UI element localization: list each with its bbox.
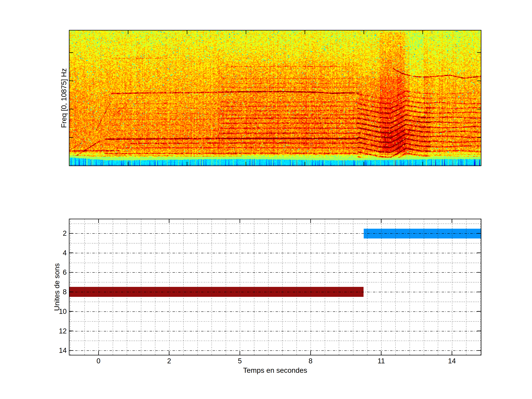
spectrogram-image [70, 31, 481, 165]
timeline-y-tick-label: 14 [46, 346, 67, 355]
spectrogram-x-tick [128, 162, 128, 165]
timeline-vertical-gridline [424, 219, 424, 355]
timeline-vertical-gridline [480, 219, 481, 355]
timeline-x-tick [240, 351, 240, 355]
timeline-vertical-gridline [254, 219, 254, 355]
timeline-x-tick [310, 219, 311, 223]
timeline-y-tick-label: 12 [46, 327, 67, 335]
timeline-ylabel: Unites de sons [53, 232, 61, 342]
timeline-vertical-gridline [339, 219, 339, 355]
timeline-vertical-gridline [240, 219, 240, 355]
timeline-y-tick [70, 311, 73, 312]
timeline-x-tick [381, 219, 381, 223]
spectrogram-x-tick [423, 162, 423, 165]
timeline-vertical-gridline [353, 219, 353, 355]
timeline-y-tick [477, 350, 481, 351]
timeline-vertical-gridline [226, 219, 226, 355]
timeline-vertical-gridline [381, 219, 382, 355]
timeline-horizontal-gridline [70, 341, 481, 341]
spectrogram-x-tick [423, 31, 423, 34]
timeline-vertical-gridline [310, 219, 311, 355]
timeline-y-tick [477, 272, 481, 273]
timeline-x-tick [98, 219, 99, 223]
timeline-x-tick [169, 219, 169, 223]
timeline-horizontal-gridline [70, 263, 481, 263]
timeline-x-tick-label: 5 [229, 357, 251, 365]
timeline-vertical-gridline [113, 219, 113, 355]
timeline-y-tick-label: 8 [46, 288, 67, 296]
timeline-horizontal-gridline [70, 331, 481, 331]
spectrogram-y-tick [477, 137, 481, 138]
spectrogram-x-tick [187, 162, 187, 165]
timeline-y-tick-label: 4 [46, 249, 67, 257]
spectrogram-x-tick [246, 31, 246, 34]
timeline-x-tick-label: 8 [299, 357, 322, 365]
timeline-horizontal-gridline [70, 350, 481, 351]
spectrogram-axes [69, 30, 481, 166]
timeline-x-tick [452, 351, 452, 355]
timeline-y-tick [70, 292, 73, 292]
timeline-horizontal-gridline [70, 292, 481, 292]
timeline-horizontal-gridline [70, 321, 481, 322]
spectrogram-x-tick [364, 31, 364, 34]
spectrogram-y-tick [477, 81, 481, 81]
timeline-x-tick-label: 14 [441, 357, 463, 365]
timeline-y-tick-label: 6 [46, 268, 67, 276]
timeline-vertical-gridline [197, 219, 198, 355]
timeline-x-tick-label: 0 [87, 357, 109, 365]
timeline-y-tick [477, 253, 481, 253]
timeline-y-tick [70, 233, 73, 234]
timeline-y-tick [477, 233, 481, 234]
timeline-y-tick [70, 350, 73, 351]
timeline-vertical-gridline [98, 219, 99, 355]
spectrogram-x-tick [128, 31, 128, 34]
timeline-vertical-gridline [183, 219, 184, 355]
timeline-vertical-gridline [141, 219, 141, 355]
spectrogram-x-tick [305, 31, 305, 34]
timeline-horizontal-gridline [70, 282, 481, 282]
timeline-horizontal-gridline [70, 272, 481, 273]
timeline-vertical-gridline [211, 219, 212, 355]
timeline-vertical-gridline [282, 219, 283, 355]
timeline-y-tick [477, 311, 481, 312]
timeline-horizontal-gridline [70, 243, 481, 243]
spectrogram-x-tick [364, 162, 364, 165]
timeline-y-tick [477, 292, 481, 292]
spectrogram-y-tick [70, 109, 73, 109]
timeline-vertical-gridline [155, 219, 155, 355]
figure: Freq [0, 10875] Hz Unites de sons Temps … [0, 0, 532, 399]
timeline-vertical-gridline [84, 219, 85, 355]
timeline-x-tick-label: 11 [370, 357, 392, 365]
spectrogram-x-tick [246, 162, 246, 165]
timeline-horizontal-gridline [70, 253, 481, 253]
timeline-axes [69, 219, 481, 355]
timeline-y-tick [477, 331, 481, 331]
timeline-vertical-gridline [438, 219, 438, 355]
timeline-vertical-gridline [268, 219, 269, 355]
timeline-x-tick [310, 351, 311, 355]
timeline-x-tick [169, 351, 169, 355]
spectrogram-x-tick [187, 31, 187, 34]
timeline-vertical-gridline [169, 219, 170, 355]
timeline-y-tick-label: 2 [46, 229, 67, 237]
timeline-horizontal-gridline [70, 223, 481, 224]
timeline-vertical-gridline [127, 219, 127, 355]
spectrogram-y-tick [70, 52, 73, 53]
timeline-y-tick-label: 10 [46, 307, 67, 316]
spectrogram-ylabel: Freq [0, 10875] Hz [60, 24, 68, 172]
timeline-vertical-gridline [367, 219, 367, 355]
timeline-x-tick [98, 351, 99, 355]
spectrogram-y-tick [70, 137, 73, 138]
timeline-x-tick-label: 2 [158, 357, 180, 365]
timeline-vertical-gridline [452, 219, 452, 355]
timeline-vertical-gridline [70, 219, 70, 355]
timeline-y-tick [70, 253, 73, 253]
spectrogram-y-tick [477, 109, 481, 109]
timeline-vertical-gridline [297, 219, 297, 355]
timeline-horizontal-gridline [70, 233, 481, 234]
timeline-y-tick [70, 331, 73, 331]
timeline-vertical-gridline [395, 219, 396, 355]
timeline-y-tick [70, 272, 73, 273]
spectrogram-y-tick [477, 52, 481, 53]
timeline-x-tick [381, 351, 381, 355]
